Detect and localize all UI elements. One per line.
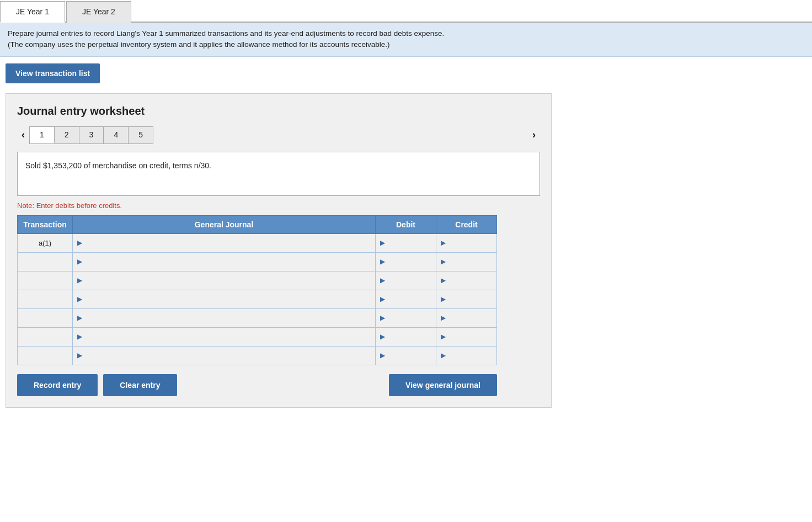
col-header-credit: Credit	[436, 215, 497, 233]
input-debit-4[interactable]	[386, 309, 436, 327]
view-transaction-button[interactable]: View transaction list	[6, 63, 100, 83]
nav-tab-group: 1 2 3 4 5	[29, 126, 153, 144]
entry-arrow-credit-6: ▶	[441, 351, 446, 359]
cell-general-journal-2: ▶	[73, 271, 376, 290]
nav-tab-1[interactable]: 1	[30, 127, 55, 143]
input-debit-3[interactable]	[386, 290, 436, 308]
note-text: Note: Enter debits before credits.	[17, 201, 540, 210]
nav-tab-4[interactable]: 4	[104, 127, 129, 143]
input-credit-6[interactable]	[447, 347, 496, 365]
entry-arrow-gj-4: ▶	[77, 314, 82, 322]
cell-credit-6: ▶	[436, 346, 497, 365]
cell-credit-1: ▶	[436, 252, 497, 271]
input-general-journal-5[interactable]	[83, 328, 375, 346]
cell-debit-4: ▶	[376, 308, 436, 327]
cell-debit-0: ▶	[376, 233, 436, 252]
input-general-journal-6[interactable]	[83, 347, 375, 365]
col-header-general-journal: General Journal	[73, 215, 376, 233]
cell-general-journal-3: ▶	[73, 290, 376, 308]
input-debit-5[interactable]	[386, 328, 436, 346]
table-row: ▶▶▶	[18, 271, 497, 290]
table-row: ▶▶▶	[18, 308, 497, 327]
worksheet-title: Journal entry worksheet	[17, 105, 540, 118]
nav-prev-arrow[interactable]: ‹	[17, 127, 29, 143]
cell-general-journal-1: ▶	[73, 252, 376, 271]
view-general-journal-button[interactable]: View general journal	[389, 374, 497, 396]
nav-tab-3[interactable]: 3	[79, 127, 104, 143]
tab-je-year-1[interactable]: JE Year 1	[0, 1, 65, 23]
input-credit-5[interactable]	[447, 328, 496, 346]
table-header-row: Transaction General Journal Debit Credit	[18, 215, 497, 233]
cell-credit-4: ▶	[436, 308, 497, 327]
input-debit-2[interactable]	[386, 271, 436, 290]
cell-general-journal-6: ▶	[73, 346, 376, 365]
col-header-transaction: Transaction	[18, 215, 73, 233]
entry-arrow-credit-0: ▶	[441, 239, 446, 247]
cell-transaction-2	[18, 271, 73, 290]
entry-arrow-credit-3: ▶	[441, 295, 446, 303]
cell-debit-2: ▶	[376, 271, 436, 290]
entry-arrow-credit-2: ▶	[441, 276, 446, 284]
cell-transaction-5	[18, 327, 73, 346]
info-text: Prepare journal entries to record Liang'…	[8, 29, 444, 49]
table-row: ▶▶▶	[18, 252, 497, 271]
entry-arrow-gj-5: ▶	[77, 333, 82, 340]
entry-arrow-gj-3: ▶	[77, 295, 82, 303]
input-general-journal-1[interactable]	[83, 253, 375, 271]
table-row: a(1)▶▶▶	[18, 233, 497, 252]
cell-general-journal-5: ▶	[73, 327, 376, 346]
input-credit-4[interactable]	[447, 309, 496, 327]
input-debit-6[interactable]	[386, 347, 436, 365]
cell-transaction-1	[18, 252, 73, 271]
cell-debit-5: ▶	[376, 327, 436, 346]
input-credit-3[interactable]	[447, 290, 496, 308]
view-transaction-area: View transaction list	[0, 57, 812, 90]
nav-tab-5[interactable]: 5	[129, 127, 153, 143]
cell-debit-6: ▶	[376, 346, 436, 365]
entry-arrow-gj-0: ▶	[77, 239, 82, 247]
input-general-journal-0[interactable]	[83, 234, 375, 252]
entry-arrow-debit-0: ▶	[380, 239, 385, 247]
input-credit-1[interactable]	[447, 253, 496, 271]
journal-entry-worksheet: Journal entry worksheet ‹ 1 2 3 4 5 › So…	[6, 93, 552, 408]
cell-debit-3: ▶	[376, 290, 436, 308]
transaction-description: Sold $1,353,200 of merchandise on credit…	[17, 152, 540, 196]
nav-tab-2[interactable]: 2	[55, 127, 79, 143]
col-header-debit: Debit	[376, 215, 436, 233]
entry-arrow-gj-2: ▶	[77, 276, 82, 284]
entry-arrow-debit-4: ▶	[380, 314, 385, 322]
entry-arrow-credit-1: ▶	[441, 258, 446, 265]
entry-arrow-credit-4: ▶	[441, 314, 446, 322]
cell-credit-0: ▶	[436, 233, 497, 252]
cell-general-journal-0: ▶	[73, 233, 376, 252]
input-debit-1[interactable]	[386, 253, 436, 271]
cell-transaction-3	[18, 290, 73, 308]
cell-transaction-4	[18, 308, 73, 327]
journal-table: Transaction General Journal Debit Credit…	[17, 215, 497, 365]
input-general-journal-3[interactable]	[83, 290, 375, 308]
tab-je-year-2[interactable]: JE Year 2	[66, 1, 131, 23]
input-credit-2[interactable]	[447, 271, 496, 290]
tab-bar: JE Year 1 JE Year 2	[0, 0, 812, 23]
entry-arrow-gj-1: ▶	[77, 258, 82, 265]
record-entry-button[interactable]: Record entry	[17, 374, 98, 396]
input-credit-0[interactable]	[447, 234, 496, 252]
input-general-journal-4[interactable]	[83, 309, 375, 327]
entry-arrow-debit-2: ▶	[380, 276, 385, 284]
entry-arrow-debit-3: ▶	[380, 295, 385, 303]
entry-arrow-debit-5: ▶	[380, 333, 385, 340]
cell-transaction-6	[18, 346, 73, 365]
input-debit-0[interactable]	[386, 234, 436, 252]
input-general-journal-2[interactable]	[83, 271, 375, 290]
clear-entry-button[interactable]: Clear entry	[103, 374, 177, 396]
entry-arrow-debit-1: ▶	[380, 258, 385, 265]
table-row: ▶▶▶	[18, 290, 497, 308]
bottom-button-area: Record entry Clear entry View general jo…	[17, 374, 497, 396]
nav-next-arrow[interactable]: ›	[528, 127, 540, 143]
cell-credit-2: ▶	[436, 271, 497, 290]
cell-debit-1: ▶	[376, 252, 436, 271]
entry-arrow-debit-6: ▶	[380, 351, 385, 359]
entry-navigator: ‹ 1 2 3 4 5 ›	[17, 126, 540, 144]
entry-arrow-gj-6: ▶	[77, 351, 82, 359]
table-row: ▶▶▶	[18, 327, 497, 346]
